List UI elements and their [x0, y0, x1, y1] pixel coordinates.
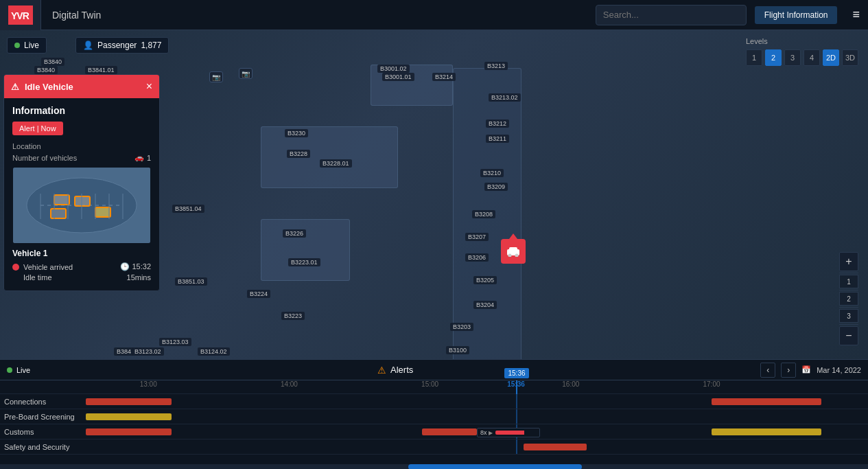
warning-icon: ⚠	[11, 82, 19, 92]
zoom-controls: + 1 2 3 −	[839, 252, 858, 345]
level-1-button[interactable]: 1	[746, 49, 762, 66]
levels-label: Levels	[746, 37, 858, 45]
vehicle-marker[interactable]	[501, 239, 526, 264]
multiplier-badge: 8x ▶	[477, 428, 540, 437]
passenger-badge: 👤 Passenger 1,877	[75, 37, 169, 54]
map-label-b3211: B3211	[486, 135, 509, 143]
vehicles-value: 🚗 1	[134, 153, 151, 162]
live-dot-bottom	[7, 367, 12, 373]
level-2d-button[interactable]: 2D	[823, 49, 839, 66]
level-3d-button[interactable]: 3D	[842, 49, 858, 66]
map-label-b3124: B3124.02	[198, 347, 230, 356]
car-icon: 🚗	[134, 153, 144, 162]
location-label: Location	[12, 142, 41, 150]
zoom-level-2[interactable]: 2	[839, 292, 858, 306]
zoom-in-button[interactable]: +	[839, 252, 858, 271]
flight-info-button[interactable]: Flight Information	[755, 6, 838, 24]
idle-close-button[interactable]: ×	[146, 80, 152, 93]
camera-icon-1[interactable]: 📷	[209, 71, 223, 82]
map-label-b3223: B3223.01	[288, 258, 320, 266]
zoom-out-button[interactable]: −	[839, 326, 858, 345]
map-label-b3212: B3212	[486, 119, 509, 128]
time-1300: 13:00	[140, 380, 157, 388]
svg-rect-10	[75, 196, 90, 206]
idle-panel-title: Idle Vehicle	[25, 82, 73, 92]
svg-rect-12	[51, 209, 66, 218]
timeline-cursor: 15:36	[516, 380, 517, 394]
idle-panel-header: ⚠ Idle Vehicle ×	[4, 75, 159, 98]
map-label-b3851b: B3851.03	[175, 277, 207, 286]
map-label-b384: B384	[114, 347, 134, 356]
idle-panel-title-area: ⚠ Idle Vehicle	[11, 82, 73, 92]
level-2-button[interactable]: 2	[765, 49, 782, 66]
scrollbar-thumb[interactable]	[408, 464, 582, 469]
map-label-b3214: B3214	[432, 73, 456, 81]
map-label-b3123: B3123.03	[159, 338, 191, 346]
bottom-bar: Live ⚠ Alerts ‹ › 📅 Mar 14, 2022 13:00 1…	[0, 359, 868, 469]
prev-button[interactable]: ‹	[760, 363, 775, 378]
map-label-b3840: B3840	[41, 58, 64, 66]
conn-bar-2	[712, 398, 821, 405]
safety-content	[86, 439, 868, 454]
camera-snapshot	[13, 168, 150, 243]
preboard-label: Pre-Board Screening	[0, 413, 86, 421]
snapshot-inner	[13, 168, 150, 243]
bottom-scrollbar[interactable]	[0, 464, 868, 469]
search-input[interactable]	[603, 10, 739, 20]
connections-content	[86, 394, 868, 409]
bottom-top-row: Live ⚠ Alerts ‹ › 📅 Mar 14, 2022	[0, 360, 868, 380]
mult-text: 8x	[480, 429, 487, 436]
next-button[interactable]: ›	[781, 363, 796, 378]
time-1500: 15:00	[421, 380, 438, 388]
logo-box: YVR	[8, 5, 33, 25]
mult-expand-icon: ▶	[489, 430, 493, 436]
arrived-label: Vehicle arrived	[23, 263, 73, 271]
vehicle-arrived-row: Vehicle arrived 🕒 15:32	[12, 262, 151, 271]
map-label-b3209: B3209	[484, 183, 508, 191]
preboard-content	[86, 409, 868, 424]
svg-rect-9	[54, 195, 69, 205]
alert-now-button[interactable]: Alert | Now	[12, 122, 63, 135]
passenger-count: 1,877	[141, 41, 161, 50]
map-label-b3228: B3228	[287, 150, 310, 158]
vehicles-count-row: Number of vehicles 🚗 1	[12, 153, 151, 162]
passenger-label: Passenger	[97, 41, 137, 50]
map-label-b3207: B3207	[465, 233, 489, 241]
camera-icon-2[interactable]: 📷	[239, 68, 253, 79]
levels-panel: Levels 1 2 3 4 2D 3D	[746, 37, 858, 66]
passenger-icon: 👤	[83, 41, 93, 50]
map-label-b3230: B3230	[285, 129, 308, 137]
map-label-b3206: B3206	[465, 253, 489, 262]
idle-time-left: Idle time	[12, 273, 52, 282]
map-label-b3226: B3226	[283, 229, 306, 238]
levels-row: 1 2 3 4 2D 3D	[746, 49, 858, 66]
timeline-area: 13:00 14:00 15:00 15:36 16:00 17:00 15:3…	[0, 380, 868, 469]
menu-button[interactable]: ≡	[844, 8, 868, 22]
vehicles-count: 1	[147, 154, 151, 162]
alert-icon: ⚠	[377, 365, 386, 376]
safety-bar-1	[524, 444, 586, 450]
timeline-row-connections: Connections	[0, 394, 868, 409]
safety-label: Safety and Security	[0, 443, 86, 451]
zoom-level-3[interactable]: 3	[839, 309, 858, 323]
level-4-button[interactable]: 4	[804, 49, 820, 66]
timeline-time-row: 13:00 14:00 15:00 15:36 16:00 17:00 15:3…	[0, 380, 868, 394]
live-label-bottom: Live	[16, 366, 30, 374]
zoom-level-1[interactable]: 1	[839, 275, 858, 288]
live-dot	[14, 43, 20, 48]
vehicles-label: Number of vehicles	[12, 154, 77, 162]
search-box[interactable]	[596, 5, 747, 25]
map-label-b3224: B3224	[247, 290, 270, 298]
time-1600: 16:00	[562, 380, 579, 388]
cal-icon: 📅	[801, 365, 811, 374]
map-label-b3223c: B3223	[281, 312, 305, 320]
level-3-button[interactable]: 3	[784, 49, 801, 66]
time-1700: 17:00	[703, 380, 720, 388]
vehicle-id-label: Vehicle 1	[12, 249, 151, 258]
svg-rect-3	[509, 247, 517, 251]
date-area: ‹ › 📅 Mar 14, 2022	[760, 363, 861, 378]
map-label-b3851: B3851.04	[172, 205, 204, 213]
preboard-bar-1	[86, 413, 172, 420]
date-label: Mar 14, 2022	[817, 366, 861, 374]
map-label-b3210: B3210	[480, 169, 504, 177]
